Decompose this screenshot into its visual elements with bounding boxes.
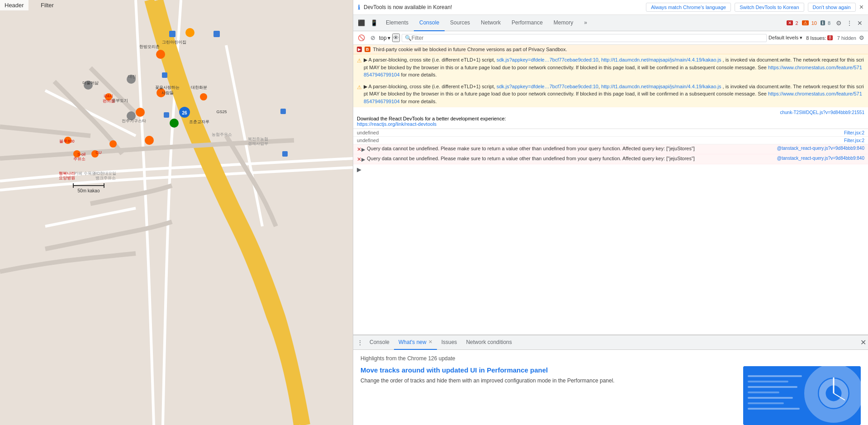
whats-new-label: What's new — [398, 339, 427, 345]
svg-rect-61 — [748, 392, 779, 393]
tab-sources[interactable]: Sources — [445, 15, 475, 31]
feature-image — [743, 366, 861, 425]
svg-point-8 — [185, 28, 194, 37]
dont-show-again-button[interactable]: Don't show again — [808, 3, 856, 12]
error-icon-2: ✕ — [357, 156, 361, 162]
bottom-tab-network-conditions[interactable]: Network conditions — [461, 335, 516, 350]
svg-text:카페 수목원: 카페 수목원 — [74, 171, 96, 176]
svg-text:조춘교자루: 조춘교자루 — [189, 119, 209, 124]
tab-more[interactable]: » — [579, 15, 593, 31]
svg-text:행복나라: 행복나라 — [59, 171, 75, 176]
sdk-link-1[interactable]: sdk.js?appkey=dfdele…7bcf77cebae9cded:10 — [497, 57, 598, 62]
notif-text: DevTools is now available in Korean! — [364, 4, 642, 10]
issues-badge[interactable]: 8 Issues: 8 — [806, 35, 833, 41]
clear-console-button[interactable]: 🚫 — [356, 33, 367, 42]
svg-text:사람들: 사람들 — [161, 91, 174, 95]
kakao-link-2[interactable]: http://t1.daumcdn.net/mapjsapi/js/main/4… — [601, 84, 721, 89]
bottom-tab-issues[interactable]: Issues — [437, 335, 462, 350]
devtools-tabs: ⬛ 📱 Elements Console Sources Network Per… — [353, 15, 868, 31]
devtools-panel: ℹ DevTools is now available in Korean! A… — [353, 0, 868, 425]
context-selector[interactable]: top ▾ — [379, 35, 390, 41]
match-language-button[interactable]: Always match Chrome's language — [646, 3, 731, 12]
filter-icon[interactable]: ⊘ — [369, 33, 377, 42]
expand-collapsed-row[interactable]: ▶ — [353, 164, 868, 175]
console-toolbar: 🚫 ⊘ top ▾ 👁 🔍 Default levels ▾ 8 Issues:… — [353, 31, 868, 45]
filter-source-1[interactable]: Filter.jsx:2 — [844, 130, 864, 135]
warning-icon-1: ⚠ — [357, 57, 362, 65]
switch-to-korean-button[interactable]: Switch DevTools to Korean — [735, 3, 804, 12]
tab-network[interactable]: Network — [475, 15, 506, 31]
settings-icon[interactable]: ⚙ — [834, 18, 844, 29]
svg-text:26: 26 — [182, 110, 187, 115]
svg-text:꽃을사랑하는: 꽃을사랑하는 — [155, 85, 180, 90]
context-label: top — [379, 35, 387, 41]
console-settings-button[interactable]: ⚙ — [858, 33, 865, 42]
chevron-down-icon: ▾ — [388, 35, 390, 41]
svg-text:편의점: 편의점 — [103, 99, 115, 103]
warning-badge: ⚠ — [802, 20, 809, 25]
device-icon[interactable]: 📱 — [368, 19, 380, 26]
undefined-text-1: undefined — [357, 130, 379, 135]
highlights-text: Highlights from the Chrome 126 update — [360, 355, 861, 362]
svg-text:대한화분: 대한화분 — [191, 85, 207, 90]
notif-close-button[interactable]: × — [859, 3, 863, 11]
svg-point-7 — [156, 50, 165, 59]
tab-memory[interactable]: Memory — [548, 15, 579, 31]
svg-rect-5 — [280, 109, 286, 114]
svg-point-13 — [136, 108, 145, 117]
bottom-tab-whats-new[interactable]: What's new ✕ — [394, 335, 437, 350]
more-options-icon[interactable]: ⋮ — [844, 18, 854, 29]
sdk-link-2[interactable]: sdk.js?appkey=dfdele…7bcf77cebae9cded:10 — [497, 84, 598, 89]
warning-count: ⚠ 10 — [800, 20, 819, 26]
svg-rect-59 — [748, 381, 788, 382]
live-expression-icon[interactable]: 👁 — [392, 33, 400, 42]
default-levels-button[interactable]: Default levels ▾ — [768, 35, 802, 41]
bottom-more-icon[interactable]: ⋮ — [355, 337, 365, 348]
tab-performance[interactable]: Performance — [506, 15, 548, 31]
map-area: Header Filter — [0, 0, 353, 425]
svg-rect-63 — [748, 402, 784, 404]
warning-icon-2: ⚠ — [357, 83, 362, 91]
close-devtools-button[interactable]: ✕ — [855, 18, 864, 29]
tab-elements[interactable]: Elements — [380, 15, 414, 31]
info-count: ℹ 8 — [819, 20, 832, 26]
svg-point-10 — [170, 119, 179, 128]
b-icon: B — [365, 47, 370, 52]
error-badge: ✕ — [787, 20, 793, 25]
issues-label: 8 Issues: — [806, 35, 826, 41]
tanstack-link-2[interactable]: @tanstack_react-query.js?v=9d84bbb9:840 — [777, 156, 864, 161]
info-icon: ℹ — [358, 4, 360, 11]
query-error-1-text: Query data cannot be undefined. Please m… — [367, 146, 777, 151]
svg-text:S-oil: S-oil — [77, 152, 85, 157]
expand-arrow-1[interactable]: ▶ — [361, 147, 365, 153]
feature-card: Move tracks around with updated UI in Pe… — [360, 366, 861, 425]
whats-new-close-icon[interactable]: ✕ — [428, 339, 432, 345]
svg-point-11 — [145, 136, 154, 145]
svg-text:그린아린이집: 그린아린이집 — [162, 40, 186, 44]
inspector-icon[interactable]: ⬛ — [355, 19, 368, 26]
info-badge: ℹ — [821, 20, 825, 25]
svg-text:HD현대오일: HD현대오일 — [95, 171, 117, 176]
notif-bar: ℹ DevTools is now available in Korean! A… — [353, 0, 868, 15]
svg-text:주유소: 주유소 — [73, 157, 85, 161]
query-error-2: ✕ ▶ Query data cannot be undefined. Plea… — [353, 154, 868, 164]
map-header-label: Header — [0, 0, 28, 10]
svg-text:전주가구스타: 전주가구스타 — [122, 119, 146, 123]
bottom-tab-console[interactable]: Console — [365, 335, 394, 350]
issues-count: 8 — [827, 35, 833, 40]
tab-console[interactable]: Console — [414, 15, 445, 31]
svg-text:50m  kakao: 50m kakao — [78, 188, 100, 193]
react-link[interactable]: https://reactjs.org/link/react-devtools — [357, 121, 864, 127]
tanstack-link-1[interactable]: @tanstack_react-query.js?v=9d84bbb9:840 — [777, 146, 864, 151]
svg-text:블루800: 블루800 — [59, 139, 74, 143]
bottom-drawer-close-button[interactable]: ✕ — [860, 338, 866, 347]
filter-input[interactable] — [412, 35, 764, 41]
feature-title: Move tracks around with updated UI in Pe… — [360, 366, 736, 374]
svg-rect-60 — [748, 386, 797, 388]
kakao-link-1[interactable]: http://t1.daumcdn.net/mapjsapi/js/main/4… — [601, 57, 721, 62]
chunk-source-link[interactable]: chunk-T2SWDQEL.js?v=9d84bbb9:21551 — [357, 110, 864, 115]
filter-source-2[interactable]: Filter.jsx:2 — [844, 138, 864, 143]
svg-text:농협주유소: 농협주유소 — [212, 132, 232, 137]
svg-rect-64 — [748, 408, 800, 410]
expand-arrow-2[interactable]: ▶ — [361, 157, 365, 162]
